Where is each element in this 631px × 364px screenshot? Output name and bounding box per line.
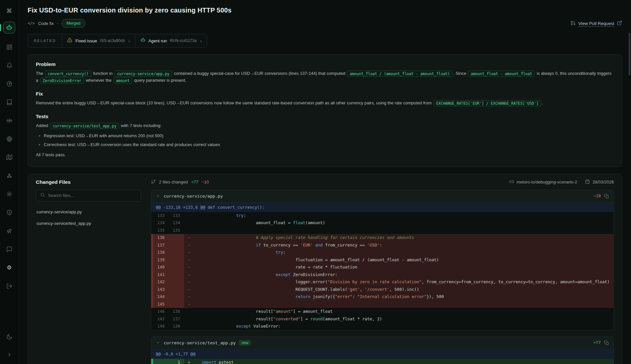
diff-file-header[interactable]: currency-service/test_app.py new +77 (151, 337, 614, 349)
copy-icon[interactable] (604, 340, 609, 345)
changed-files-body: currency-service/app.pycurrency-service/… (36, 190, 614, 364)
copy-icon[interactable] (604, 194, 609, 199)
file-list-item[interactable]: currency-service/test_app.py (36, 218, 141, 229)
diff-file-header[interactable]: currency-service/app.py −10 (151, 190, 614, 203)
code-line: # Apply special rate handling for certai… (194, 234, 614, 242)
related-item[interactable]: Fixed issue ISS-ac3a90cb › (62, 34, 135, 47)
hunk-header: @@ -0,0 +1,77 @@ (151, 349, 614, 359)
new-line-number: 133 (169, 212, 184, 220)
diff-marker: - (184, 286, 194, 293)
new-line-number: 136 (169, 308, 184, 315)
deletions-count: −10 (202, 180, 209, 184)
section-paragraph: Removed the entire buggy USD→EUR special… (36, 99, 614, 106)
sidebar-bottom (4, 332, 15, 359)
search-icon (40, 192, 45, 199)
code-line: import pytest (194, 359, 614, 364)
new-line-number: 137 (169, 315, 184, 323)
logout-icon[interactable] (4, 281, 15, 291)
meta-row: </> Code fix • Merged View Pull Request (28, 19, 622, 28)
new-line-number (169, 256, 184, 264)
sidebar: ⌘ ⚙ (0, 0, 19, 364)
diff-line: 139 - fluctuation = amount_float / (amou… (151, 256, 614, 264)
moon-icon[interactable] (4, 332, 15, 342)
code-fix-icon: </> (28, 21, 35, 26)
code-line: fluctuation = amount_float / (amount_flo… (194, 256, 614, 264)
related-item[interactable]: Agent run RUN-cc41173a › (135, 34, 207, 47)
diff-line: 138 - try: (151, 249, 614, 256)
code-line (194, 301, 614, 308)
diff-marker: - (184, 271, 194, 279)
settings-gear-icon[interactable]: ⚙ (4, 263, 15, 272)
old-line-number: 139 (153, 256, 169, 264)
file-search-input[interactable] (48, 193, 137, 198)
section-heading: Problem (36, 61, 614, 67)
warning-triangle-icon (67, 37, 72, 44)
external-link-icon (617, 20, 622, 27)
diff-line: 145 - (151, 301, 614, 308)
new-line-number: 134 (169, 219, 184, 227)
map-icon[interactable] (4, 152, 15, 162)
old-line-number: 134 (153, 219, 169, 227)
diff-marker: - (184, 264, 194, 271)
diff-marker: - (184, 293, 194, 301)
section-heading: Tests (36, 114, 614, 119)
orbit-gear-icon[interactable] (4, 189, 15, 199)
active-nav-item (0, 22, 19, 33)
diff-stats: 2 files changed +77 −10 (151, 179, 209, 185)
repo-name[interactable]: metoro-io/debugging-scenario-2 (517, 180, 577, 184)
old-line-number: 141 (153, 271, 169, 279)
inline-code-chip: ZeroDivisionError (40, 77, 84, 84)
diff-marker (184, 227, 194, 234)
summary-section: Fix Removed the entire buggy USD→EUR spe… (36, 91, 614, 106)
related-item-code: RUN-cc41173a (170, 38, 197, 43)
command-icon[interactable]: ⌘ (4, 6, 15, 16)
telescope-icon[interactable] (4, 226, 15, 236)
code-line: except ZeroDivisionError: (194, 271, 614, 279)
test-list: Regression test: USD→EUR with amount ret… (36, 133, 614, 148)
code-line: REQUEST_COUNT.labels('get', '/convert', … (194, 286, 614, 293)
code-line: if to_currency == 'EUR' and from_currenc… (194, 242, 614, 249)
status-badge: Merged (61, 19, 85, 28)
agent-bot-icon[interactable] (3, 22, 15, 33)
diff-marker (184, 308, 194, 315)
notifications-bell-icon[interactable] (4, 60, 15, 70)
summary-section: Tests Added currency-service/test_app.py… (36, 114, 614, 158)
summary-card: Problem The convert_currency() function … (28, 54, 622, 167)
git-branch-icon (151, 179, 156, 185)
shield-alert-icon[interactable] (4, 207, 15, 217)
cluster-icon[interactable] (4, 171, 15, 181)
diff-line: 133 133 try: (151, 212, 614, 220)
waveform-icon[interactable] (4, 116, 15, 125)
diff-filename: currency-service/test_app.py (164, 340, 236, 345)
section-paragraph: All 7 tests pass. (36, 151, 614, 158)
diff-line: 144 - return jsonify({"error": "Internal… (151, 293, 614, 301)
diff-line: 134 134 amount_float = float(amount) (151, 219, 614, 227)
diff-line: 147 137 result["converted"] = round(amou… (151, 315, 614, 323)
inline-code-chip: amount (113, 77, 132, 84)
new-line-number (169, 242, 184, 249)
diff-marker (184, 323, 194, 330)
chevron-down-icon (156, 194, 160, 198)
expand-chevron-icon[interactable] (4, 350, 15, 359)
scrollbar-thumb[interactable] (629, 33, 630, 75)
inline-code-chip: EXCHANGE_RATES['EUR'] / EXCHANGE_RATES['… (433, 100, 541, 106)
file-list-item[interactable]: currency-service/app.py (36, 206, 141, 218)
radar-icon[interactable] (4, 79, 15, 89)
diff-line: 135 135 (151, 227, 614, 234)
chat-icon[interactable] (4, 244, 15, 254)
globe-icon[interactable] (4, 134, 15, 144)
dashboard-icon[interactable] (4, 42, 15, 52)
old-line-number: 143 (153, 286, 169, 293)
related-item-label: Fixed issue (75, 38, 97, 43)
new-line-number (169, 271, 184, 279)
code-line: return jsonify({"error": "Internal calcu… (194, 293, 614, 301)
diff-marker: - (184, 234, 194, 242)
new-line-number: 138 (169, 323, 184, 330)
chevron-right-icon: › (128, 38, 130, 44)
chevron-down-icon (156, 340, 160, 345)
book-icon[interactable] (4, 97, 15, 107)
view-pull-request-link[interactable]: View Pull Request (571, 20, 622, 27)
chevron-right-icon: › (199, 38, 202, 44)
main-content: Fix USD-to-EUR conversion division by ze… (19, 0, 631, 364)
diff-marker (184, 219, 194, 227)
